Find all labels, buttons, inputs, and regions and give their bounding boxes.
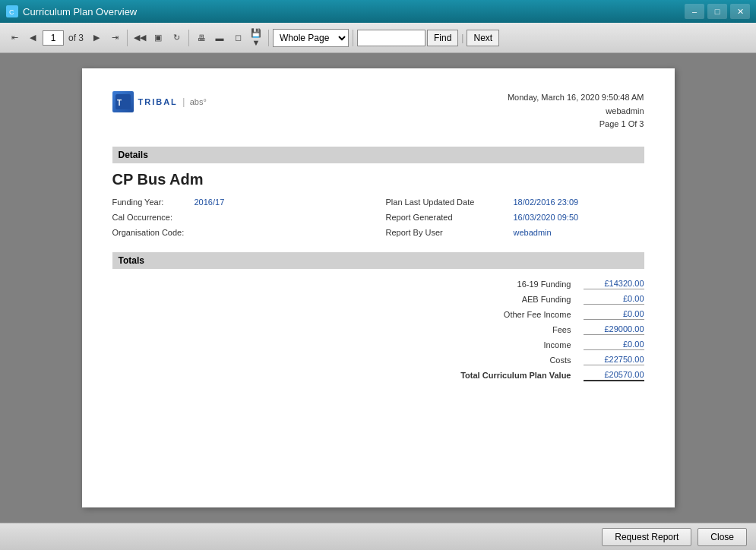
app-icon: C	[6, 5, 18, 17]
totals-label: Income	[450, 340, 571, 349]
plan-updated-row: Plan Last Updated Date 18/02/2016 23:09	[386, 198, 644, 207]
details-right: Plan Last Updated Date 18/02/2016 23:09 …	[386, 198, 644, 237]
logo-tribal: TRIBAL	[138, 97, 178, 106]
find-button[interactable]: Find	[427, 30, 458, 46]
details-grid: Funding Year: 2016/17 Cal Occurrence: Or…	[112, 198, 644, 237]
totals-label: Costs	[450, 356, 571, 365]
window-controls: – □ ✕	[685, 4, 750, 19]
next-button[interactable]: Next	[467, 30, 499, 46]
totals-row: Costs £22750.00	[112, 352, 644, 368]
logo-text-area: TRIBAL | abs°	[138, 96, 207, 107]
request-report-button[interactable]: Request Report	[602, 528, 691, 546]
totals-row: Income £0.00	[112, 337, 644, 352]
separator-3	[268, 30, 269, 46]
totals-row: Other Fee Income £0.00	[112, 307, 644, 322]
report-date: Monday, March 16, 2020 9:50:48 AM	[508, 91, 644, 105]
report-header: T TRIBAL | abs° Monday, March 16, 2020 9…	[112, 91, 644, 131]
grand-total-row: Total Curriculum Plan Value £20570.00	[112, 368, 644, 384]
page-number-input[interactable]: 1	[43, 30, 64, 46]
minimize-button[interactable]: –	[685, 4, 704, 19]
window-title: Curriculum Plan Overview	[23, 6, 685, 17]
funding-year-row: Funding Year: 2016/17	[112, 198, 371, 207]
maximize-button[interactable]: □	[707, 4, 727, 19]
close-button-bottom[interactable]: Close	[697, 528, 747, 546]
refresh-button[interactable]: ↻	[168, 29, 185, 47]
page-view-button[interactable]: ◻	[229, 29, 246, 47]
report-meta: Monday, March 16, 2020 9:50:48 AM webadm…	[508, 91, 644, 131]
totals-label: 16-19 Funding	[450, 280, 571, 289]
find-input[interactable]	[357, 30, 425, 46]
totals-header: Totals	[112, 252, 644, 269]
funding-year-label: Funding Year:	[112, 198, 188, 207]
report-page-num: Page 1 Of 3	[508, 118, 644, 131]
separator-4	[353, 30, 353, 46]
totals-value: £0.00	[584, 309, 644, 320]
report-by-value: webadmin	[514, 228, 552, 237]
svg-text:C: C	[9, 8, 14, 16]
plan-updated-label: Plan Last Updated Date	[386, 198, 508, 207]
grand-total-label: Total Curriculum Plan Value	[450, 371, 571, 380]
report-user: webadmin	[508, 105, 644, 119]
stop-button[interactable]: ▣	[150, 29, 166, 47]
last-page-button[interactable]: ⇥	[106, 29, 123, 47]
print-button[interactable]: 🖶	[193, 29, 210, 47]
first-page-button[interactable]: ⇤	[6, 29, 23, 47]
logo-area: T TRIBAL | abs°	[112, 91, 207, 112]
totals-row: 16-19 Funding £14320.00	[112, 277, 644, 292]
bottom-bar: Request Report Close	[0, 523, 756, 550]
cal-occurrence-row: Cal Occurrence:	[112, 213, 371, 222]
logo-pipe: |	[182, 96, 185, 107]
totals-row: Fees £29000.00	[112, 322, 644, 337]
totals-row: AEB Funding £0.00	[112, 292, 644, 307]
separator-2	[188, 30, 189, 46]
report-title: CP Bus Adm	[112, 171, 644, 188]
page-total: of 3	[68, 33, 84, 43]
svg-text:T: T	[117, 99, 122, 107]
org-code-label: Organisation Code:	[112, 228, 185, 237]
totals-label: Other Fee Income	[450, 310, 571, 319]
next-page-button[interactable]: ▶	[88, 29, 105, 47]
totals-value: £29000.00	[584, 324, 644, 335]
report-by-row: Report By User webadmin	[386, 228, 644, 237]
report-generated-label: Report Generated	[386, 213, 508, 222]
plan-updated-value: 18/02/2016 23:09	[514, 198, 579, 207]
find-separator: |	[461, 33, 463, 43]
title-bar: C Curriculum Plan Overview – □ ✕	[0, 0, 756, 23]
layout-button[interactable]: ▬	[211, 29, 228, 47]
logo-abs: abs°	[190, 97, 207, 106]
cal-occurrence-label: Cal Occurrence:	[112, 213, 188, 222]
separator-1	[127, 30, 128, 46]
report-generated-row: Report Generated 16/03/2020 09:50	[386, 213, 644, 222]
org-code-row: Organisation Code:	[112, 228, 371, 237]
back-button[interactable]: ◀◀	[131, 29, 148, 47]
toolbar: ⇤ ◀ 1 of 3 ▶ ⇥ ◀◀ ▣ ↻ 🖶 ▬ ◻ 💾▼ Whole Pag…	[0, 23, 756, 53]
totals-label: Fees	[450, 325, 571, 334]
report-page: T TRIBAL | abs° Monday, March 16, 2020 9…	[82, 68, 675, 507]
totals-value: £0.00	[584, 340, 644, 350]
details-left: Funding Year: 2016/17 Cal Occurrence: Or…	[112, 198, 371, 237]
close-button[interactable]: ✕	[730, 4, 750, 19]
totals-value: £0.00	[584, 294, 644, 305]
logo-icon: T	[112, 91, 134, 112]
export-button[interactable]: 💾▼	[248, 29, 264, 47]
report-by-label: Report By User	[386, 228, 508, 237]
main-area: T TRIBAL | abs° Monday, March 16, 2020 9…	[0, 53, 756, 523]
totals-label: AEB Funding	[450, 295, 571, 304]
report-generated-value: 16/03/2020 09:50	[514, 213, 579, 222]
prev-page-button[interactable]: ◀	[24, 29, 41, 47]
grand-total-value: £20570.00	[584, 370, 644, 381]
totals-value: £22750.00	[584, 355, 644, 365]
details-header: Details	[112, 147, 644, 163]
zoom-select[interactable]: Whole Page 75% 100% 150% 200%	[273, 29, 349, 47]
totals-value: £14320.00	[584, 279, 644, 289]
totals-table: 16-19 Funding £14320.00 AEB Funding £0.0…	[112, 277, 644, 384]
funding-year-value: 2016/17	[195, 198, 225, 207]
